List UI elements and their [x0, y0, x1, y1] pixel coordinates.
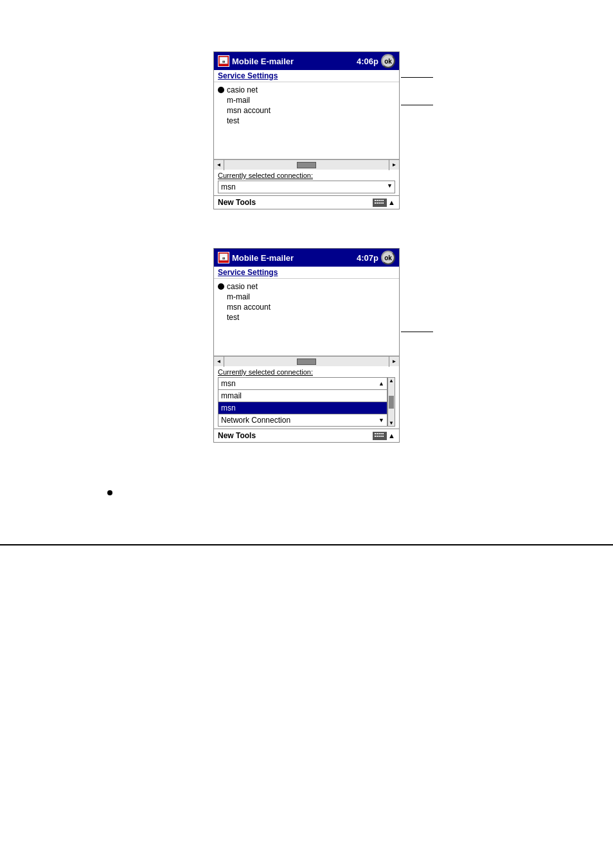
dropdown-up-arrow: ▲ — [378, 380, 384, 387]
dropdown-item[interactable]: mmail ▲ — [218, 389, 387, 402]
app-icon-2: ✉ — [218, 252, 229, 263]
new-tools-bar-1: New Tools — [214, 195, 399, 209]
screen1-container: ✉ Mobile E-mailer 4:06p ok Service Setti… — [213, 51, 400, 209]
scroll-right-arrow-2[interactable]: ► — [389, 357, 399, 367]
svg-rect-19 — [377, 433, 378, 434]
list-item[interactable]: test — [218, 312, 395, 323]
up-arrow-icon-2[interactable]: ▲ — [388, 432, 395, 439]
svg-rect-6 — [378, 200, 380, 201]
svg-rect-20 — [378, 433, 380, 434]
svg-rect-9 — [375, 202, 376, 204]
screen1: ✉ Mobile E-mailer 4:06p ok Service Setti… — [213, 51, 400, 209]
screen2: ✉ Mobile E-mailer 4:07p ok Service Setti… — [213, 248, 400, 443]
app-icon-1: ✉ — [218, 55, 229, 67]
connection-section-1: Currently selected connection: msn ▼ — [214, 170, 399, 195]
svg-rect-24 — [377, 436, 378, 437]
tools-right-2: ▲ — [373, 432, 395, 440]
connection-label-2: Currently selected connection: — [218, 368, 395, 376]
annotation-line-2 — [401, 105, 433, 105]
list-item[interactable]: test — [218, 116, 395, 126]
scroll-track-2 — [224, 357, 389, 366]
service-list-1: casio net m-mail msn account test — [214, 82, 399, 159]
svg-rect-25 — [378, 436, 380, 437]
svg-rect-10 — [377, 202, 378, 204]
ok-button-1[interactable]: ok — [381, 54, 395, 68]
svg-rect-4 — [375, 200, 376, 201]
dropdown-scroll-up-icon[interactable]: ▲ — [389, 378, 394, 384]
dropdown-down-arrow: ▼ — [378, 417, 384, 423]
list-item[interactable]: casio net — [218, 85, 395, 95]
connection-label-1: Currently selected connection: — [218, 172, 395, 179]
svg-rect-12 — [380, 202, 382, 204]
svg-rect-22 — [382, 433, 384, 434]
annotation-line-3 — [401, 332, 433, 332]
app-name-1: Mobile E-mailer — [232, 57, 294, 66]
list-item[interactable]: msn account — [218, 105, 395, 116]
connection-select-wrapper-1: msn ▼ — [218, 181, 395, 193]
svg-rect-21 — [380, 433, 382, 434]
bullet-dot-1 — [107, 490, 112, 495]
dropdown-scrollbar: ▲ ▼ — [387, 377, 395, 427]
dropdown-open: msn ▲ mmail ▲ msn ▲ Network Connect — [218, 377, 395, 427]
up-arrow-icon-1[interactable]: ▲ — [388, 199, 395, 206]
title-bar-left-1: ✉ Mobile E-mailer — [218, 55, 294, 67]
scroll-thumb-1 — [297, 162, 316, 168]
scrollbar-1: ◄ ► — [214, 159, 399, 170]
ok-button-2[interactable]: ok — [381, 251, 395, 265]
list-item[interactable]: msn account — [218, 302, 395, 312]
tools-right-1: ▲ — [373, 199, 395, 207]
title-bar-1: ✉ Mobile E-mailer 4:06p ok — [214, 52, 399, 70]
section-header-2: Service Settings — [214, 267, 399, 279]
scroll-track-1 — [224, 160, 389, 170]
radio-selected-icon-2 — [218, 283, 224, 290]
svg-rect-23 — [375, 436, 376, 437]
time-display-2: 4:07p — [357, 253, 378, 263]
dropdown-item-selected[interactable]: msn ▲ — [218, 402, 387, 414]
scroll-thumb-2 — [297, 359, 316, 365]
screen2-container: ✉ Mobile E-mailer 4:07p ok Service Setti… — [213, 248, 400, 443]
svg-rect-8 — [382, 200, 384, 201]
title-bar-2: ✉ Mobile E-mailer 4:07p ok — [214, 249, 399, 267]
keyboard-icon-1[interactable] — [373, 199, 387, 207]
list-item[interactable]: casio net — [218, 281, 395, 292]
section-header-1: Service Settings — [214, 70, 399, 82]
dropdown-scroll-thumb — [389, 396, 394, 409]
bullet-section — [82, 481, 531, 506]
radio-selected-icon — [218, 87, 224, 93]
app-name-2: Mobile E-mailer — [232, 253, 294, 263]
svg-rect-13 — [382, 202, 384, 204]
dropdown-list: msn ▲ mmail ▲ msn ▲ Network Connect — [218, 377, 387, 427]
dropdown-item[interactable]: msn ▲ — [218, 377, 387, 389]
scroll-left-arrow-2[interactable]: ◄ — [214, 357, 224, 367]
annotation-line-1 — [401, 77, 433, 78]
new-tools-label-2: New Tools — [218, 431, 256, 440]
new-tools-bar-2: New Tools — [214, 429, 399, 442]
connection-value-1[interactable]: msn ▼ — [218, 181, 395, 193]
new-tools-label-1: New Tools — [218, 198, 256, 207]
svg-rect-11 — [378, 202, 380, 204]
title-bar-left-2: ✉ Mobile E-mailer — [218, 252, 294, 263]
svg-rect-26 — [380, 436, 382, 437]
connection-section-2: Currently selected connection: msn ▲ mma… — [214, 366, 399, 429]
bullet-item-1 — [107, 488, 506, 495]
svg-rect-18 — [375, 433, 376, 434]
svg-rect-27 — [382, 436, 384, 437]
service-list-2: casio net m-mail msn account test — [214, 279, 399, 356]
dropdown-scroll-down-icon[interactable]: ▼ — [389, 420, 394, 426]
bottom-separator — [0, 544, 613, 545]
svg-rect-7 — [380, 200, 382, 201]
scrollbar-2: ◄ ► — [214, 356, 399, 366]
time-display-1: 4:06p — [357, 57, 378, 66]
title-bar-right-1: 4:06p ok — [357, 54, 395, 68]
title-bar-right-2: 4:07p ok — [357, 251, 395, 265]
scroll-left-arrow[interactable]: ◄ — [214, 160, 224, 170]
list-item[interactable]: m-mail — [218, 292, 395, 302]
svg-rect-5 — [377, 200, 378, 201]
scroll-right-arrow[interactable]: ► — [389, 160, 399, 170]
select-dropdown-arrow-1: ▼ — [387, 182, 393, 189]
keyboard-icon-2[interactable] — [373, 432, 387, 440]
list-item[interactable]: m-mail — [218, 95, 395, 105]
dropdown-item[interactable]: Network Connection ▼ — [218, 414, 387, 427]
